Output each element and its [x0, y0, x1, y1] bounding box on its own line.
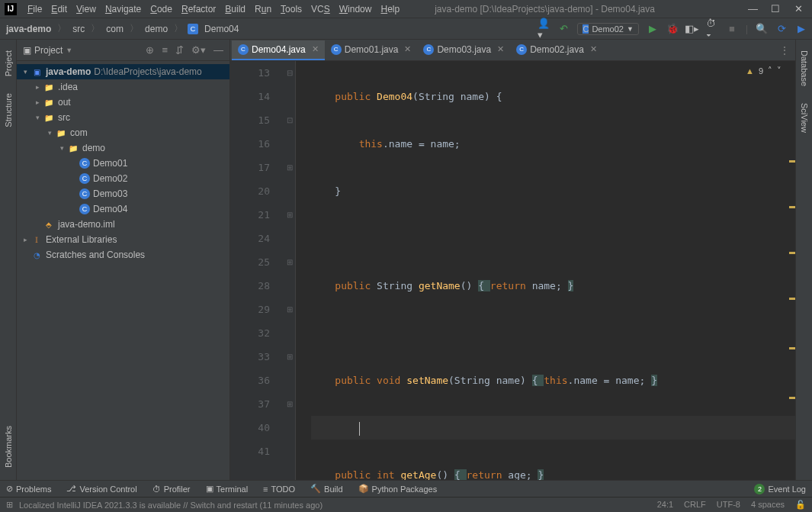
close-tab-icon[interactable]: ✕ — [312, 44, 319, 54]
bookmarks-tool-tab[interactable]: Bookmarks — [2, 421, 14, 472]
menu-edit[interactable]: Edit — [47, 4, 72, 14]
caret-position[interactable]: 24:1 — [657, 500, 673, 510]
tab-demo04[interactable]: CDemo04.java✕ — [232, 40, 325, 60]
menu-help[interactable]: Help — [376, 4, 404, 14]
fold-gutter[interactable]: ⊟⊡ ⊞⊞ ⊞⊞ ⊞⊞ — [284, 61, 296, 480]
search-icon[interactable]: 🔍 — [756, 23, 768, 35]
menu-window[interactable]: Window — [335, 4, 377, 14]
expand-all-icon[interactable]: ≡ — [162, 44, 168, 56]
terminal-button[interactable]: ▣Terminal — [206, 484, 249, 494]
status-message[interactable]: Localized IntelliJ IDEA 2021.3.3 is avai… — [19, 501, 323, 510]
tree-demo[interactable]: ▾📁demo — [17, 140, 229, 156]
status-window-icon[interactable]: ⊞ — [6, 500, 13, 510]
menu-vcs[interactable]: VCS — [307, 4, 335, 14]
breadcrumb-project[interactable]: java-demo — [5, 24, 53, 34]
tab-demo01[interactable]: CDemo01.java✕ — [325, 40, 418, 60]
profiler-icon[interactable]: ⏱▾ — [706, 23, 718, 35]
project-tool-tab[interactable]: Project — [2, 46, 14, 81]
structure-tool-tab[interactable]: Structure — [2, 89, 14, 132]
line-ending[interactable]: CRLF — [684, 500, 706, 510]
chevron-down-icon[interactable]: ˅ — [777, 66, 782, 76]
code-editor[interactable]: 13 14 15 16 17 20 21 24 25 28 29 32 33 3… — [230, 61, 795, 480]
code-token: Demo04 — [377, 91, 412, 102]
menu-run[interactable]: Run — [250, 4, 276, 14]
menu-code[interactable]: Code — [146, 4, 177, 14]
indent-setting[interactable]: 4 spaces — [751, 500, 785, 510]
tree-class-demo01[interactable]: CDemo01 — [17, 156, 229, 171]
menu-file[interactable]: File — [23, 4, 47, 14]
breadcrumb-com[interactable]: com — [104, 24, 125, 34]
minimize-icon[interactable]: ― — [748, 3, 757, 14]
tree-idea[interactable]: ▸📁.idea — [17, 79, 229, 95]
select-opened-icon[interactable]: ⊕ — [146, 44, 154, 56]
tree-com[interactable]: ▾📁com — [17, 125, 229, 140]
project-tree[interactable]: ▾▣java-demoD:\IdeaProjects\java-demo ▸📁.… — [17, 61, 229, 480]
line-number: 24 — [230, 227, 270, 250]
debug-icon[interactable]: 🐞 — [666, 23, 679, 35]
breadcrumb[interactable]: java-demo 〉 src 〉 com 〉 demo 〉 C Demo04 — [5, 22, 240, 35]
tab-options-icon[interactable]: ⋮ — [780, 45, 795, 56]
tree-out[interactable]: ▸📁out — [17, 95, 229, 110]
close-tab-icon[interactable]: ✕ — [590, 44, 597, 54]
add-user-icon[interactable]: 👤▾ — [538, 23, 550, 35]
database-tool-tab[interactable]: Database — [798, 46, 810, 91]
todo-button[interactable]: ≡TODO — [263, 485, 295, 494]
ide-update-icon[interactable]: ▶ — [795, 23, 807, 35]
run-config-select[interactable]: C Demo02 ▼ — [577, 23, 638, 35]
profiler-button[interactable]: ⏱Profiler — [152, 485, 191, 494]
menu-navigate[interactable]: Navigate — [101, 4, 146, 14]
readonly-lock-icon[interactable]: 🔓 — [795, 500, 806, 510]
collapse-all-icon[interactable]: ⇵ — [175, 44, 184, 56]
code-token: (String name) — [448, 375, 532, 386]
maximize-icon[interactable]: ☐ — [771, 3, 780, 14]
tree-external-libs[interactable]: ▸𝕀External Libraries — [17, 232, 229, 247]
menu-tools[interactable]: Tools — [276, 4, 307, 14]
line-gutter[interactable]: 13 14 15 16 17 20 21 24 25 28 29 32 33 3… — [230, 61, 284, 480]
dropdown-icon: ▼ — [627, 25, 634, 33]
menu-build[interactable]: Build — [220, 4, 250, 14]
vcs-button[interactable]: ⎇Version Control — [66, 484, 136, 494]
run-icon[interactable]: ▶ — [647, 23, 659, 35]
tree-label: Demo01 — [93, 158, 127, 169]
stop-icon[interactable]: ■ — [726, 23, 738, 35]
tree-src[interactable]: ▾📁src — [17, 110, 229, 125]
inspection-widget[interactable]: ▲ 9 ˄ ˅ — [746, 66, 782, 76]
build-hammer-icon[interactable]: ↶ — [557, 23, 570, 35]
breadcrumb-src[interactable]: src — [71, 24, 86, 34]
problems-button[interactable]: ⊘Problems — [6, 484, 51, 494]
coverage-icon[interactable]: ◧▸ — [686, 23, 698, 35]
python-packages-button[interactable]: 📦Python Packages — [358, 484, 438, 494]
tree-class-demo04[interactable]: CDemo04 — [17, 201, 229, 217]
dropdown-icon[interactable]: ▼ — [66, 47, 72, 54]
hide-panel-icon[interactable]: ― — [213, 44, 223, 56]
chevron-up-icon[interactable]: ˄ — [768, 66, 772, 76]
tree-scratches[interactable]: ◔Scratches and Consoles — [17, 247, 229, 262]
tree-class-demo03[interactable]: CDemo03 — [17, 186, 229, 201]
sciview-tool-tab[interactable]: SciView — [798, 98, 810, 137]
label: TODO — [271, 485, 296, 494]
sync-icon[interactable]: ⟳ — [775, 23, 788, 35]
event-log-button[interactable]: 2Event Log — [754, 484, 806, 494]
menu-refactor[interactable]: Refactor — [177, 4, 220, 14]
code-token: int — [377, 469, 400, 480]
error-stripe[interactable] — [789, 61, 795, 480]
tree-iml[interactable]: ⬘java-demo.iml — [17, 217, 229, 232]
class-icon: C — [188, 24, 198, 34]
project-panel-title[interactable]: Project — [34, 45, 63, 56]
tab-demo02[interactable]: CDemo02.java✕ — [510, 40, 603, 60]
code-text[interactable]: public Demo04(String name) { this.name =… — [296, 61, 795, 480]
tree-class-demo02[interactable]: CDemo02 — [17, 171, 229, 186]
tree-root[interactable]: ▾▣java-demoD:\IdeaProjects\java-demo — [17, 64, 229, 79]
breadcrumb-demo[interactable]: demo — [143, 24, 169, 34]
breadcrumb-file[interactable]: Demo04 — [203, 24, 240, 34]
close-icon[interactable]: ✕ — [794, 3, 803, 14]
menu-view[interactable]: View — [72, 4, 101, 14]
close-tab-icon[interactable]: ✕ — [497, 44, 504, 54]
tab-demo03[interactable]: CDemo03.java✕ — [417, 40, 510, 60]
file-encoding[interactable]: UTF-8 — [717, 500, 740, 510]
settings-gear-icon[interactable]: ⚙▾ — [191, 44, 206, 56]
build-button[interactable]: 🔨Build — [310, 484, 342, 494]
close-tab-icon[interactable]: ✕ — [404, 44, 411, 54]
line-number: 33 — [230, 345, 270, 369]
text-cursor-icon — [359, 422, 360, 436]
